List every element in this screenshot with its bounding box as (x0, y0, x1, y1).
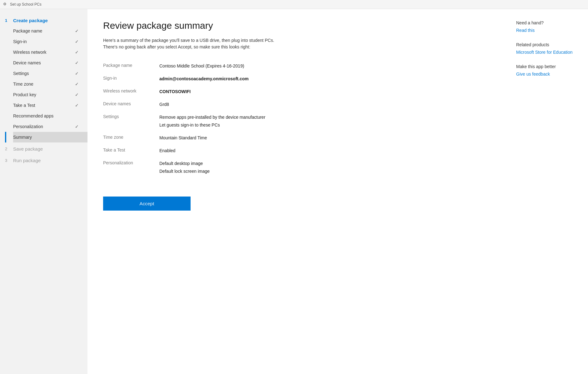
right-panel: Need a hand?Read thisRelated productsMic… (507, 9, 588, 374)
sidebar-item-recommended-apps[interactable]: Recommended apps (13, 111, 87, 121)
right-panel-link-1-0[interactable]: Microsoft Store for Education (516, 50, 579, 55)
check-icon: ✓ (75, 60, 79, 65)
summary-value-5: Mountain Standard Time (159, 132, 316, 144)
summary-value-6: Enabled (159, 144, 316, 157)
check-icon: ✓ (75, 28, 79, 33)
right-panel-section-2: Make this app betterGive us feedback (516, 64, 579, 77)
sidebar-item-take-a-test[interactable]: Take a Test✓ (13, 100, 87, 111)
right-panel-link-2-0[interactable]: Give us feedback (516, 72, 579, 77)
sidebar-step-2-header[interactable]: 2Save package (0, 144, 87, 154)
summary-label-4: Settings (103, 111, 159, 132)
step-number-3: 3 (5, 158, 10, 163)
sidebar-item-label: Sign-in (13, 39, 27, 44)
sidebar-item-label: Recommended apps (13, 113, 53, 118)
sidebar-sub-items-1: Package name✓Sign-in✓Wireless network✓De… (0, 26, 87, 142)
sidebar-item-time-zone[interactable]: Time zone✓ (13, 79, 87, 89)
sidebar-item-label: Settings (13, 71, 29, 76)
sidebar-item-label: Device names (13, 60, 41, 65)
active-indicator (5, 132, 6, 142)
sidebar-item-product-key[interactable]: Product key✓ (13, 89, 87, 100)
sidebar-item-package-name[interactable]: Package name✓ (13, 26, 87, 36)
summary-label-5: Time zone (103, 132, 159, 144)
summary-label-1: Sign-in (103, 72, 159, 85)
step-label-3: Run package (13, 158, 41, 163)
sidebar-item-label: Time zone (13, 82, 33, 87)
check-icon: ✓ (75, 92, 79, 97)
sidebar-item-wireless-network[interactable]: Wireless network✓ (13, 47, 87, 57)
step-label-2: Save package (13, 146, 43, 152)
summary-value-7: Default desktop imageDefault lock screen… (159, 157, 316, 178)
main-layout: 1Create packagePackage name✓Sign-in✓Wire… (0, 9, 588, 374)
right-panel-section-0: Need a hand?Read this (516, 20, 579, 33)
check-icon: ✓ (75, 103, 79, 108)
sidebar-step-3-header[interactable]: 3Run package (0, 155, 87, 166)
step-label-1: Create package (13, 18, 48, 23)
right-panel-heading-0: Need a hand? (516, 20, 579, 25)
sidebar-section-3: 3Run package (0, 155, 87, 166)
sidebar-item-sign-in[interactable]: Sign-in✓ (13, 36, 87, 47)
title-bar: ⚙ Set up School PCs (0, 0, 588, 9)
description: Here's a summary of the package you'll s… (103, 37, 284, 50)
sidebar-item-summary[interactable]: Summary (13, 132, 87, 142)
summary-label-3: Device names (103, 98, 159, 111)
summary-value-0: Contoso Middle School (Expires 4-16-2019… (159, 60, 316, 72)
app-title: Set up School PCs (10, 2, 42, 7)
sidebar-item-settings[interactable]: Settings✓ (13, 68, 87, 79)
summary-value-line: Default desktop image (159, 160, 316, 167)
summary-label-2: Wireless network (103, 85, 159, 98)
check-icon: ✓ (75, 82, 79, 87)
sidebar-item-label: Summary (13, 135, 32, 140)
summary-label-0: Package name (103, 60, 159, 72)
sidebar-step-1-header: 1Create package (0, 15, 87, 26)
check-icon: ✓ (75, 50, 79, 55)
sidebar-item-label: Wireless network (13, 50, 47, 55)
check-icon: ✓ (75, 71, 79, 76)
sidebar: 1Create packagePackage name✓Sign-in✓Wire… (0, 9, 87, 374)
sidebar-item-device-names[interactable]: Device names✓ (13, 57, 87, 68)
summary-label-7: Personalization (103, 157, 159, 178)
step-number-2: 2 (5, 147, 10, 151)
right-panel-link-0-0[interactable]: Read this (516, 28, 579, 33)
summary-value-4: Remove apps pre-installed by the device … (159, 111, 316, 132)
sidebar-item-label: Personalization (13, 124, 43, 129)
sidebar-section-1: 1Create packagePackage name✓Sign-in✓Wire… (0, 15, 87, 142)
summary-value-2: CONTOSOWIFI (159, 85, 316, 98)
summary-value-line: Remove apps pre-installed by the device … (159, 114, 316, 121)
page-title: Review package summary (103, 20, 491, 31)
app-icon: ⚙ (3, 2, 8, 7)
right-panel-section-1: Related productsMicrosoft Store for Educ… (516, 42, 579, 55)
right-panel-heading-2: Make this app better (516, 64, 579, 69)
right-panel-heading-1: Related products (516, 42, 579, 47)
sidebar-item-label: Product key (13, 92, 36, 97)
check-icon: ✓ (75, 124, 79, 129)
accept-button[interactable]: Accept (103, 197, 191, 211)
sidebar-item-label: Take a Test (13, 103, 35, 108)
sidebar-section-2: 2Save package (0, 144, 87, 154)
summary-label-6: Take a Test (103, 144, 159, 157)
summary-value-line: Default lock screen image (159, 168, 316, 175)
summary-table: Package nameContoso Middle School (Expir… (103, 60, 316, 178)
main-content: Review package summary Here's a summary … (87, 9, 507, 374)
check-icon: ✓ (75, 39, 79, 44)
step-number-1: 1 (5, 18, 10, 23)
summary-value-line: Let guests sign-in to these PCs (159, 122, 316, 128)
summary-value-3: Grd8 (159, 98, 316, 111)
sidebar-item-label: Package name (13, 28, 42, 33)
sidebar-item-personalization[interactable]: Personalization✓ (13, 121, 87, 132)
summary-value-1: admin@contosoacademy.onmicrosoft.com (159, 72, 316, 85)
